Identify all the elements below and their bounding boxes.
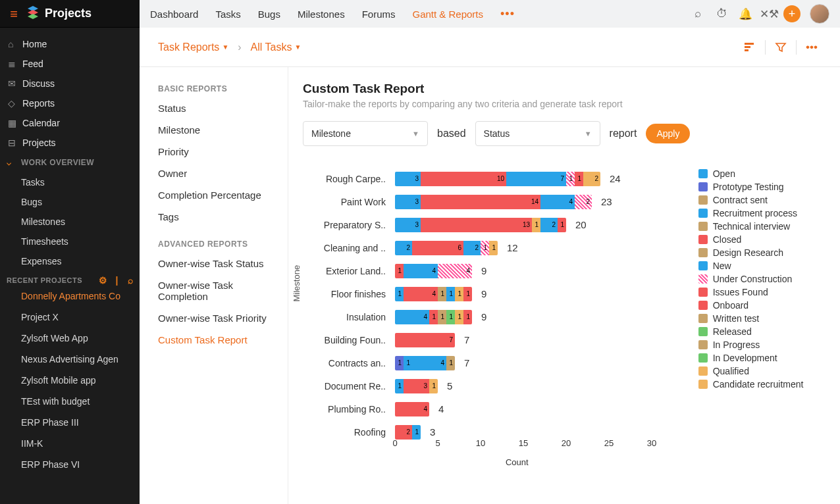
report-milestone[interactable]: Milestone xyxy=(140,119,288,141)
apply-button[interactable]: Apply xyxy=(646,124,690,143)
nav-reports[interactable]: ◇Reports xyxy=(0,93,140,113)
search-icon[interactable]: ⌕ xyxy=(689,5,707,23)
bar-segment[interactable]: 1 xyxy=(395,356,404,370)
bar-segment[interactable]: 1 xyxy=(575,172,583,186)
timer-icon[interactable]: ⏱ xyxy=(712,5,731,23)
tab-bugs[interactable]: Bugs xyxy=(258,9,280,20)
bar-segment[interactable]: 4 xyxy=(395,402,429,416)
bar-segment[interactable]: 2 xyxy=(540,218,558,232)
legend-item[interactable]: Written test xyxy=(698,313,826,324)
bar-segment[interactable]: 4 xyxy=(395,310,429,324)
bar-segment[interactable]: 2 xyxy=(395,241,412,255)
bar-segment[interactable]: 14 xyxy=(421,195,540,209)
legend-item[interactable]: Released xyxy=(698,326,826,337)
tab-dashboard[interactable]: Dashboard xyxy=(150,9,198,20)
legend-item[interactable]: Design Research xyxy=(698,247,826,258)
bar-segment[interactable]: 1 xyxy=(395,264,404,278)
bar-segment[interactable]: 1 xyxy=(446,356,455,370)
add-button[interactable]: + xyxy=(783,5,801,22)
bar-segment[interactable]: 1 xyxy=(404,356,412,370)
recent-project[interactable]: Donnelly Apartments Co xyxy=(0,286,140,307)
crumb-all-tasks[interactable]: All Tasks▼ xyxy=(251,41,302,53)
bell-icon[interactable]: 🔔 xyxy=(736,5,754,23)
bar-row[interactable]: 1411119 xyxy=(395,282,639,305)
bar-row[interactable]: 1315 xyxy=(395,374,639,397)
bar-chart-icon[interactable] xyxy=(740,38,760,57)
crumb-task-reports[interactable]: Task Reports▼ xyxy=(158,41,228,53)
avatar[interactable] xyxy=(810,4,829,24)
bar-row[interactable]: 1449 xyxy=(395,259,639,282)
tab-milestones[interactable]: Milestones xyxy=(298,9,345,20)
tab-tasks[interactable]: Tasks xyxy=(215,9,240,20)
bar-segment[interactable]: 1 xyxy=(446,287,455,301)
legend-item[interactable]: In Progress xyxy=(698,340,826,350)
bar-segment[interactable]: 1 xyxy=(446,310,455,324)
bar-segment[interactable]: 1 xyxy=(532,218,540,232)
report-tags[interactable]: Tags xyxy=(140,206,288,228)
nav-home[interactable]: ⌂Home xyxy=(0,34,140,54)
report-custom-task-report[interactable]: Custom Task Report xyxy=(140,329,288,351)
bar-segment[interactable]: 1 xyxy=(438,287,446,301)
bar-row[interactable]: 3144223 xyxy=(395,190,639,213)
legend-item[interactable]: Prototype Testing xyxy=(698,182,826,192)
recent-project[interactable]: Zylsoft Mobile app xyxy=(0,370,140,391)
nav-calendar[interactable]: ▦Calendar xyxy=(0,113,140,133)
bar-segment[interactable]: 7 xyxy=(506,172,566,186)
bar-segment[interactable]: 2 xyxy=(575,195,592,209)
nav-discuss[interactable]: ✉Discuss xyxy=(0,74,140,93)
report-status[interactable]: Status xyxy=(140,97,288,119)
bar-row[interactable]: 2621112 xyxy=(395,236,639,259)
report-owner[interactable]: Owner xyxy=(140,163,288,184)
bar-segment[interactable]: 4 xyxy=(404,287,438,301)
filter-icon[interactable] xyxy=(771,38,791,57)
overview-milestones[interactable]: Milestones xyxy=(0,212,140,232)
bar-segment[interactable]: 2 xyxy=(583,172,600,186)
bar-row[interactable]: 310711224 xyxy=(395,167,639,190)
report-priority[interactable]: Priority xyxy=(140,141,288,163)
bar-segment[interactable]: 2 xyxy=(395,425,412,440)
overview-expenses[interactable]: Expenses xyxy=(0,251,140,271)
bar-segment[interactable]: 10 xyxy=(421,172,506,186)
legend-item[interactable]: Under Construction xyxy=(698,274,826,284)
bar-row[interactable]: 77 xyxy=(395,328,639,351)
work-overview-header[interactable]: ⌵ WORK OVERVIEW xyxy=(0,153,140,172)
legend-item[interactable]: In Development xyxy=(698,353,826,363)
bar-row[interactable]: 44 xyxy=(395,397,639,420)
bar-segment[interactable]: 4 xyxy=(438,264,472,278)
nav-projects[interactable]: ⊟Projects xyxy=(0,133,140,153)
more-tabs-icon[interactable]: ••• xyxy=(500,7,515,21)
overview-bugs[interactable]: Bugs xyxy=(0,192,140,212)
bar-row[interactable]: 4111119 xyxy=(395,305,639,328)
bar-segment[interactable]: 1 xyxy=(455,310,463,324)
legend-item[interactable]: Technical interview xyxy=(698,221,826,232)
bar-segment[interactable]: 1 xyxy=(489,241,498,255)
bar-row[interactable]: 11417 xyxy=(395,351,639,374)
bar-segment[interactable]: 3 xyxy=(395,195,421,209)
criteria2-select[interactable]: Status▼ xyxy=(475,121,600,146)
bar-segment[interactable]: 1 xyxy=(566,172,575,186)
recent-project[interactable]: Nexus Advertising Agen xyxy=(0,349,140,370)
menu-icon[interactable]: ≡ xyxy=(7,7,21,21)
bar-segment[interactable]: 1 xyxy=(438,310,446,324)
report-completion-percentage[interactable]: Completion Percentage xyxy=(140,184,288,206)
report-owner-wise-task-status[interactable]: Owner-wise Task Status xyxy=(140,253,288,274)
recent-project[interactable]: IIM-K xyxy=(0,433,140,454)
recent-project[interactable]: Project X xyxy=(0,307,140,328)
bar-segment[interactable]: 4 xyxy=(412,356,446,370)
legend-item[interactable]: New xyxy=(698,261,826,271)
bar-segment[interactable]: 1 xyxy=(463,287,472,301)
bar-segment[interactable]: 1 xyxy=(395,379,404,393)
overview-tasks[interactable]: Tasks xyxy=(0,172,140,192)
bar-segment[interactable]: 6 xyxy=(412,241,463,255)
bar-segment[interactable]: 1 xyxy=(412,425,421,440)
more-icon[interactable]: ••• xyxy=(802,38,822,57)
recent-project[interactable]: ERP Phase VI xyxy=(0,454,140,475)
bar-segment[interactable]: 13 xyxy=(421,218,532,232)
legend-item[interactable]: Onboard xyxy=(698,300,826,311)
bar-segment[interactable]: 2 xyxy=(463,241,481,255)
bar-segment[interactable]: 1 xyxy=(429,379,438,393)
bar-segment[interactable]: 1 xyxy=(558,218,566,232)
report-owner-wise-task-completion[interactable]: Owner-wise Task Completion xyxy=(140,274,288,307)
legend-item[interactable]: Recruitment process xyxy=(698,208,826,218)
bar-segment[interactable]: 1 xyxy=(455,287,463,301)
